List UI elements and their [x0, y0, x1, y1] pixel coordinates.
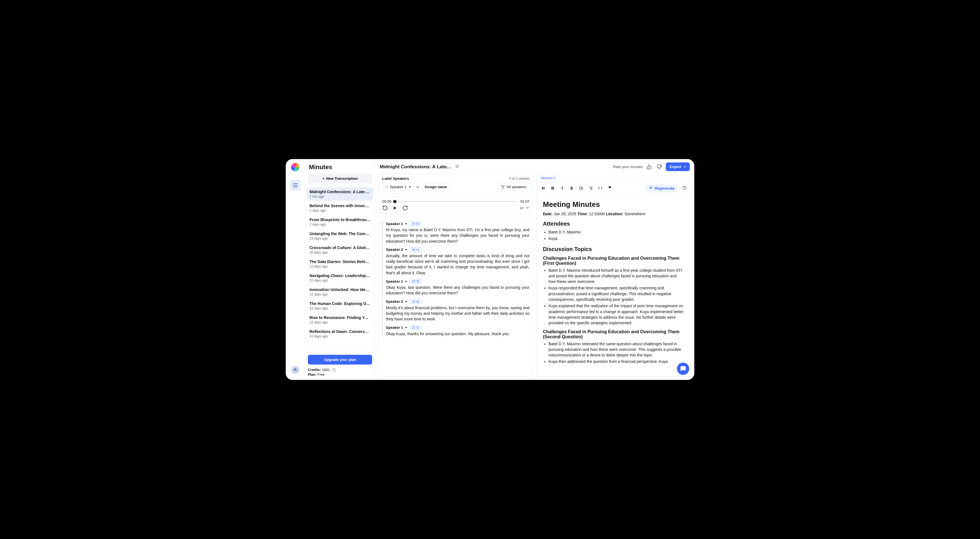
- segment-text[interactable]: Mostly it's about financial problems, bu…: [386, 305, 530, 322]
- assign-name-button[interactable]: Assign name: [422, 183, 450, 191]
- speaker-selector-label: Speaker 1: [390, 185, 406, 189]
- help-icon[interactable]: ?: [332, 368, 336, 372]
- minutes-content[interactable]: Meeting Minutes Date: Jan 29, 2025 Time:…: [537, 194, 690, 376]
- export-button[interactable]: Export: [666, 162, 690, 171]
- app-frame: R Minutes + New Transcription Midnight C…: [286, 159, 694, 380]
- speaker-selector[interactable]: Speaker 1: [382, 183, 414, 191]
- topic-bullet: Batet D.Y. Maximo introduced himself as …: [549, 268, 684, 285]
- quote-button[interactable]: ❝: [606, 184, 614, 192]
- transcript-column: Label Speakers 0 of 2 labeled Speaker 1 …: [379, 173, 533, 377]
- transcription-item-time: 22 days ago: [310, 306, 371, 310]
- code-button[interactable]: [596, 184, 605, 192]
- transcription-item[interactable]: Behind the Scenes with Innova…2 days ago: [307, 201, 373, 215]
- thumbs-down-button[interactable]: [655, 163, 663, 171]
- segment-text[interactable]: Hi Kuya, my name is Batet D.Y. Maximo fr…: [386, 227, 530, 244]
- plan-value: Free: [317, 373, 325, 377]
- forward-30-button[interactable]: [402, 205, 408, 211]
- strikethrough-button[interactable]: S: [568, 184, 576, 192]
- export-label: Export: [670, 165, 681, 169]
- editor-toolbar: H B I S ❝: [537, 182, 690, 194]
- transcription-item[interactable]: The Human Code: Exploring O…22 days ago: [307, 299, 373, 312]
- chat-icon: [680, 366, 686, 372]
- regenerate-button[interactable]: Regenerate: [646, 184, 678, 192]
- rewind-30-button[interactable]: [382, 205, 388, 211]
- app-logo[interactable]: [291, 163, 299, 171]
- transcription-item-title: Behind the Scenes with Innova…: [310, 203, 371, 208]
- transcription-item-time: 2 days ago: [310, 209, 371, 212]
- segment-speaker[interactable]: Speaker 2: [386, 247, 407, 252]
- transcription-item-time: 15 days ago: [310, 236, 371, 241]
- transcription-item-time: 41 days ago: [310, 334, 371, 338]
- player-timeline[interactable]: [394, 201, 518, 202]
- segment-text[interactable]: Okay Kuya, last question. Were there any…: [386, 285, 530, 296]
- heading-button[interactable]: H: [539, 184, 547, 192]
- minutes-editor-panel: H B I S ❝: [536, 182, 691, 377]
- credits-value: 1641: [322, 368, 330, 372]
- topic-bullet: Kuya responded that time management, spe…: [549, 285, 684, 302]
- segment-text[interactable]: Actually, the amount of time we take to …: [386, 253, 530, 276]
- italic-button[interactable]: I: [558, 184, 566, 192]
- transcription-item[interactable]: Crossroads of Culture: A Glob…20 days ag…: [307, 243, 373, 257]
- transcription-item-title: The Data Diaries: Stories Behin…: [310, 260, 371, 264]
- sidebar: Minutes + New Transcription Midnight Con…: [305, 159, 375, 380]
- transcription-item-title: Rise to Resonance: Finding Yo…: [310, 315, 371, 320]
- new-transcription-button[interactable]: + New Transcription: [308, 174, 372, 183]
- segment-speaker[interactable]: Speaker 1: [386, 222, 407, 226]
- numbered-list-button[interactable]: [587, 184, 595, 192]
- filter-icon: [501, 185, 505, 189]
- segment-speaker[interactable]: Speaker 1: [386, 279, 407, 284]
- transcription-item-title: Innovation Unlocked: How Ide…: [310, 287, 371, 292]
- edit-title-icon[interactable]: [455, 164, 459, 169]
- transcription-item-title: Untangling the Web: The Com…: [310, 231, 371, 236]
- transcription-item[interactable]: Midnight Confessions: A Late-…1 min ago: [307, 187, 373, 201]
- transcription-item-time: 1 min ago: [310, 195, 371, 198]
- segment-timestamp[interactable]: 00:38: [409, 279, 422, 284]
- transcription-item-title: Reflections at Dawn: Convers…: [310, 329, 371, 334]
- history-button[interactable]: [681, 184, 689, 192]
- speaker-filter-label: All speakers: [506, 185, 527, 189]
- menu-toggle-button[interactable]: [290, 180, 301, 191]
- chevrons-right-icon[interactable]: [525, 206, 530, 211]
- player-thumb[interactable]: [393, 200, 396, 203]
- transcription-item[interactable]: Reflections at Dawn: Convers…41 days ago: [307, 327, 373, 341]
- transcription-item[interactable]: Rise to Resonance: Finding Yo…22 days ag…: [307, 313, 373, 327]
- player-current-time: 00:00: [382, 199, 391, 203]
- segment-timestamp[interactable]: 01:02: [409, 325, 422, 330]
- speaker-filter[interactable]: All speakers: [498, 183, 530, 191]
- attendees-list: Batet D.Y. MaximoKuya: [543, 229, 684, 241]
- segment-text[interactable]: Okay Kuya, thanks for answering our ques…: [386, 331, 530, 337]
- transcription-item[interactable]: Navigating Chaos: Leadership …22 days ag…: [307, 271, 373, 285]
- transcription-item-title: Midnight Confessions: A Late-…: [310, 190, 371, 194]
- segment-timestamp[interactable]: 00:00: [409, 221, 422, 226]
- segment-timestamp[interactable]: 00:14: [409, 247, 422, 252]
- tab-version-1[interactable]: Version 1: [536, 173, 560, 182]
- transcription-item-title: Crossroads of Culture: A Glob…: [310, 246, 371, 250]
- playback-speed[interactable]: 1×: [520, 206, 524, 210]
- chevron-down-icon: [404, 247, 407, 252]
- svg-marker-4: [394, 206, 396, 210]
- bold-button[interactable]: B: [549, 184, 557, 192]
- topic-bullet: Batet D.Y. Maximo reiterated the same qu…: [549, 341, 684, 358]
- chevron-down-icon: [683, 165, 686, 169]
- avatar[interactable]: R: [291, 366, 299, 374]
- segment-timestamp[interactable]: 00:46: [409, 300, 422, 304]
- segment-speaker[interactable]: Speaker 2: [386, 300, 407, 304]
- transcription-item[interactable]: The Data Diaries: Stories Behin…22 days …: [307, 257, 373, 271]
- bullet-list-button[interactable]: [577, 184, 585, 192]
- play-button[interactable]: [393, 206, 398, 210]
- topic-bullet: Kuya then addressed the question from a …: [549, 359, 684, 364]
- transcription-item[interactable]: From Blueprints to Breakthrou…2 days ago: [307, 215, 373, 229]
- upgrade-plan-button[interactable]: Upgrade your plan: [308, 355, 372, 365]
- topic-bullet: Kuya explained that the realization of t…: [549, 303, 684, 326]
- attendees-heading: Attendees: [543, 220, 684, 227]
- minutes-meta-line: Date: Jan 29, 2025 Time: 12:03AM Locatio…: [543, 212, 684, 216]
- chat-fab[interactable]: [677, 363, 689, 375]
- transcription-item[interactable]: Untangling the Web: The Com…15 days ago: [307, 229, 373, 243]
- transcript-segment: Speaker 1 00:38Okay Kuya, last question.…: [382, 279, 530, 296]
- topic-1-heading: Challenges Faced in Pursuing Education a…: [543, 256, 684, 266]
- segment-speaker[interactable]: Speaker 1: [386, 325, 407, 330]
- thumbs-up-button[interactable]: [646, 163, 653, 171]
- chevron-down-icon: [404, 279, 407, 284]
- transcription-item[interactable]: Innovation Unlocked: How Ide…22 days ago: [307, 285, 373, 298]
- left-rail: R: [286, 159, 305, 380]
